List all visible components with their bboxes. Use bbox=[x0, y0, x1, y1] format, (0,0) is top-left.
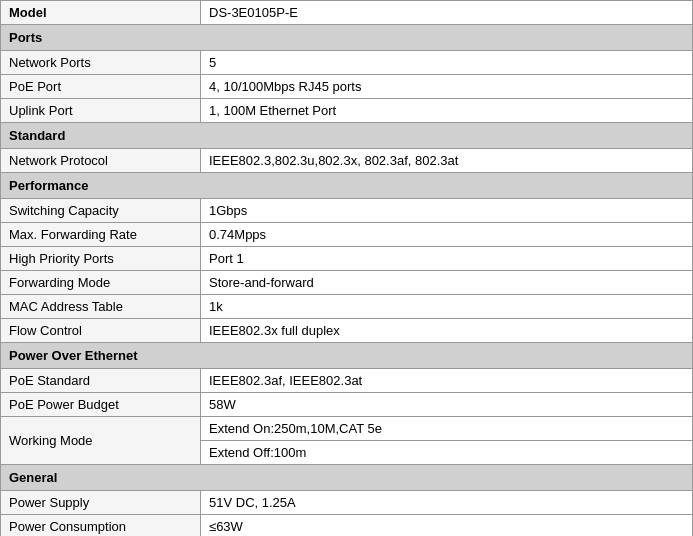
row-value: IEEE802.3af, IEEE802.3at bbox=[201, 369, 693, 393]
table-row: Max. Forwarding Rate 0.74Mpps bbox=[1, 223, 693, 247]
section-header: Standard bbox=[1, 123, 693, 149]
row-label: Flow Control bbox=[1, 319, 201, 343]
section-header: General bbox=[1, 465, 693, 491]
table-row: PoE Standard IEEE802.3af, IEEE802.3at bbox=[1, 369, 693, 393]
table-row: Switching Capacity 1Gbps bbox=[1, 199, 693, 223]
row-value: 4, 10/100Mbps RJ45 ports bbox=[201, 75, 693, 99]
model-label: Model bbox=[1, 1, 201, 25]
row-label: Switching Capacity bbox=[1, 199, 201, 223]
table-row: Power Consumption ≤63W bbox=[1, 515, 693, 537]
model-value: DS-3E0105P-E bbox=[201, 1, 693, 25]
row-label: PoE Standard bbox=[1, 369, 201, 393]
row-value: 5 bbox=[201, 51, 693, 75]
row-value: 51V DC, 1.25A bbox=[201, 491, 693, 515]
section-header-label: Ports bbox=[1, 25, 693, 51]
row-label: Power Consumption bbox=[1, 515, 201, 537]
row-value: 0.74Mpps bbox=[201, 223, 693, 247]
row-label: PoE Port bbox=[1, 75, 201, 99]
row-value: 1, 100M Ethernet Port bbox=[201, 99, 693, 123]
table-row: Flow Control IEEE802.3x full duplex bbox=[1, 319, 693, 343]
table-row-double: Working Mode Extend On:250m,10M,CAT 5e bbox=[1, 417, 693, 441]
row-label: MAC Address Table bbox=[1, 295, 201, 319]
section-header-label: General bbox=[1, 465, 693, 491]
row-value: 1Gbps bbox=[201, 199, 693, 223]
model-row: Model DS-3E0105P-E bbox=[1, 1, 693, 25]
table-row: Network Ports 5 bbox=[1, 51, 693, 75]
table-row: Network Protocol IEEE802.3,802.3u,802.3x… bbox=[1, 149, 693, 173]
row-label: PoE Power Budget bbox=[1, 393, 201, 417]
row-value-2: Extend Off:100m bbox=[201, 441, 693, 465]
row-label: Uplink Port bbox=[1, 99, 201, 123]
table-row: PoE Port 4, 10/100Mbps RJ45 ports bbox=[1, 75, 693, 99]
section-header-label: Power Over Ethernet bbox=[1, 343, 693, 369]
row-label: Working Mode bbox=[1, 417, 201, 465]
table-row: Uplink Port 1, 100M Ethernet Port bbox=[1, 99, 693, 123]
row-value: 1k bbox=[201, 295, 693, 319]
section-header: Power Over Ethernet bbox=[1, 343, 693, 369]
row-label: Power Supply bbox=[1, 491, 201, 515]
section-header: Performance bbox=[1, 173, 693, 199]
row-value: ≤63W bbox=[201, 515, 693, 537]
row-label: Max. Forwarding Rate bbox=[1, 223, 201, 247]
table-row: High Priority Ports Port 1 bbox=[1, 247, 693, 271]
row-value: 58W bbox=[201, 393, 693, 417]
section-header: Ports bbox=[1, 25, 693, 51]
row-value: IEEE802.3,802.3u,802.3x, 802.3af, 802.3a… bbox=[201, 149, 693, 173]
table-row: Forwarding Mode Store-and-forward bbox=[1, 271, 693, 295]
row-label: Forwarding Mode bbox=[1, 271, 201, 295]
section-header-label: Standard bbox=[1, 123, 693, 149]
table-row: PoE Power Budget 58W bbox=[1, 393, 693, 417]
row-value-1: Extend On:250m,10M,CAT 5e bbox=[201, 417, 693, 441]
row-label: Network Protocol bbox=[1, 149, 201, 173]
row-value: Port 1 bbox=[201, 247, 693, 271]
section-header-label: Performance bbox=[1, 173, 693, 199]
row-label: High Priority Ports bbox=[1, 247, 201, 271]
row-value: Store-and-forward bbox=[201, 271, 693, 295]
spec-table: Model DS-3E0105P-E Ports Network Ports 5… bbox=[0, 0, 693, 536]
row-label: Network Ports bbox=[1, 51, 201, 75]
row-value: IEEE802.3x full duplex bbox=[201, 319, 693, 343]
table-row: Power Supply 51V DC, 1.25A bbox=[1, 491, 693, 515]
table-row: MAC Address Table 1k bbox=[1, 295, 693, 319]
